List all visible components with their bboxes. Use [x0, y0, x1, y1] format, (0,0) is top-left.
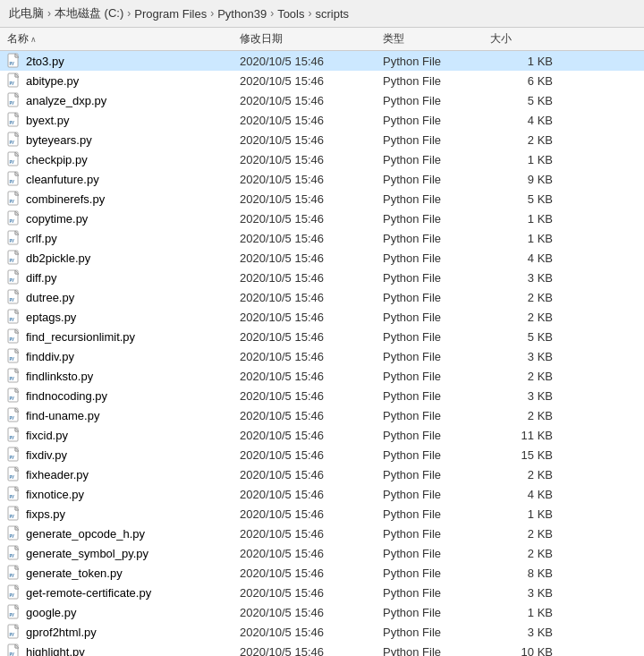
breadcrumb-part-1[interactable]: 本地磁盘 (C:): [55, 5, 123, 21]
table-row[interactable]: py findnocoding.py 2020/10/5 15:46 Pytho…: [0, 386, 644, 405]
file-type: Python File: [383, 212, 490, 226]
file-name-text: findnocoding.py: [26, 389, 107, 403]
file-date: 2020/10/5 15:46: [240, 507, 383, 521]
file-date: 2020/10/5 15:46: [240, 448, 383, 462]
table-row[interactable]: py db2pickle.py 2020/10/5 15:46 Python F…: [0, 248, 644, 268]
table-row[interactable]: py byteyears.py 2020/10/5 15:46 Python F…: [0, 130, 644, 149]
table-row[interactable]: py eptags.py 2020/10/5 15:46 Python File…: [0, 307, 644, 327]
file-name: py combinerefs.py: [7, 191, 240, 207]
table-row[interactable]: py fixheader.py 2020/10/5 15:46 Python F…: [0, 464, 644, 484]
file-size: 1 KB: [490, 153, 562, 166]
file-type: Python File: [383, 350, 490, 363]
file-name: py crlf.py: [7, 230, 240, 246]
col-type[interactable]: 类型: [383, 31, 490, 47]
python-file-icon: py: [7, 151, 21, 167]
svg-text:py: py: [10, 474, 15, 479]
file-size: 3 KB: [490, 626, 562, 639]
table-row[interactable]: py fixcid.py 2020/10/5 15:46 Python File…: [0, 425, 644, 445]
table-row[interactable]: py fixnotice.py 2020/10/5 15:46 Python F…: [0, 484, 644, 504]
table-row[interactable]: py fixdiv.py 2020/10/5 15:46 Python File…: [0, 445, 644, 464]
svg-text:py: py: [10, 238, 15, 243]
table-row[interactable]: py find_recursionlimit.py 2020/10/5 15:4…: [0, 327, 644, 346]
table-row[interactable]: py dutree.py 2020/10/5 15:46 Python File…: [0, 287, 644, 307]
table-row[interactable]: py byext.py 2020/10/5 15:46 Python File …: [0, 110, 644, 130]
file-size: 3 KB: [490, 350, 562, 363]
file-type: Python File: [383, 173, 490, 186]
address-bar: 此电脑 › 本地磁盘 (C:) › Program Files › Python…: [0, 0, 644, 28]
file-type: Python File: [383, 507, 490, 521]
col-size[interactable]: 大小: [490, 31, 562, 47]
file-date: 2020/10/5 15:46: [240, 212, 383, 226]
file-date: 2020/10/5 15:46: [240, 74, 383, 88]
col-date[interactable]: 修改日期: [240, 31, 383, 47]
table-row[interactable]: py analyze_dxp.py 2020/10/5 15:46 Python…: [0, 90, 644, 110]
breadcrumb-part-3[interactable]: Python39: [217, 7, 267, 21]
svg-text:py: py: [10, 356, 15, 361]
table-row[interactable]: py copytime.py 2020/10/5 15:46 Python Fi…: [0, 209, 644, 228]
file-type: Python File: [383, 271, 490, 285]
svg-text:py: py: [10, 533, 15, 538]
breadcrumb-part-2[interactable]: Program Files: [134, 7, 207, 21]
col-name[interactable]: 名称 ∧: [7, 31, 240, 47]
breadcrumb-part-4[interactable]: Tools: [277, 7, 304, 21]
file-type: Python File: [383, 429, 490, 442]
file-size: 10 KB: [490, 645, 562, 657]
file-type: Python File: [383, 527, 490, 541]
file-name: py find_recursionlimit.py: [7, 328, 240, 345]
table-row[interactable]: py generate_token.py 2020/10/5 15:46 Pyt…: [0, 563, 644, 583]
file-type: Python File: [383, 114, 490, 127]
file-type: Python File: [383, 192, 490, 206]
table-row[interactable]: py generate_symbol_py.py 2020/10/5 15:46…: [0, 543, 644, 563]
svg-text:py: py: [10, 514, 15, 518]
table-row[interactable]: py 2to3.py 2020/10/5 15:46 Python File 1…: [0, 51, 644, 71]
table-row[interactable]: py google.py 2020/10/5 15:46 Python File…: [0, 602, 644, 622]
file-name: py byext.py: [7, 112, 240, 128]
table-row[interactable]: py highlight.py 2020/10/5 15:46 Python F…: [0, 642, 644, 656]
file-size: 1 KB: [490, 507, 562, 521]
file-name: py diff.py: [7, 269, 240, 285]
breadcrumb-part-5[interactable]: scripts: [316, 7, 350, 21]
file-size: 2 KB: [490, 291, 562, 304]
table-row[interactable]: py checkpip.py 2020/10/5 15:46 Python Fi…: [0, 149, 644, 169]
table-row[interactable]: py generate_opcode_h.py 2020/10/5 15:46 …: [0, 524, 644, 543]
python-file-icon: py: [7, 506, 21, 522]
breadcrumb-part-0[interactable]: 此电脑: [9, 5, 44, 21]
svg-text:py: py: [10, 179, 15, 183]
table-row[interactable]: py gprof2html.py 2020/10/5 15:46 Python …: [0, 622, 644, 642]
file-name: py generate_symbol_py.py: [7, 545, 240, 561]
file-size: 8 KB: [490, 567, 562, 580]
file-date: 2020/10/5 15:46: [240, 94, 383, 107]
file-name: py fixheader.py: [7, 466, 240, 482]
table-row[interactable]: py fixps.py 2020/10/5 15:46 Python File …: [0, 504, 644, 524]
svg-text:py: py: [10, 277, 15, 282]
svg-text:py: py: [10, 652, 15, 656]
file-date: 2020/10/5 15:46: [240, 527, 383, 541]
python-file-icon: py: [7, 466, 21, 482]
file-name: py cleanfuture.py: [7, 171, 240, 187]
table-row[interactable]: py combinerefs.py 2020/10/5 15:46 Python…: [0, 189, 644, 209]
table-row[interactable]: py findlinksto.py 2020/10/5 15:46 Python…: [0, 366, 644, 386]
table-row[interactable]: py crlf.py 2020/10/5 15:46 Python File 1…: [0, 228, 644, 248]
svg-text:py: py: [10, 396, 15, 400]
file-date: 2020/10/5 15:46: [240, 232, 383, 245]
table-row[interactable]: py cleanfuture.py 2020/10/5 15:46 Python…: [0, 169, 644, 189]
table-row[interactable]: py abitype.py 2020/10/5 15:46 Python Fil…: [0, 71, 644, 90]
file-type: Python File: [383, 547, 490, 560]
table-row[interactable]: py diff.py 2020/10/5 15:46 Python File 3…: [0, 268, 644, 287]
python-file-icon: py: [7, 643, 21, 656]
file-date: 2020/10/5 15:46: [240, 488, 383, 501]
svg-text:py: py: [10, 415, 15, 420]
file-name-text: eptags.py: [26, 311, 76, 324]
python-file-icon: py: [7, 132, 21, 148]
table-row[interactable]: py get-remote-certificate.py 2020/10/5 1…: [0, 583, 644, 602]
file-name-text: abitype.py: [26, 74, 79, 88]
file-size: 11 KB: [490, 429, 562, 442]
python-file-icon: py: [7, 348, 21, 364]
table-row[interactable]: py find-uname.py 2020/10/5 15:46 Python …: [0, 405, 644, 425]
file-type: Python File: [383, 74, 490, 88]
file-name: py byteyears.py: [7, 132, 240, 148]
table-row[interactable]: py finddiv.py 2020/10/5 15:46 Python Fil…: [0, 346, 644, 366]
file-size: 2 KB: [490, 547, 562, 560]
file-size: 5 KB: [490, 192, 562, 206]
file-list: py 2to3.py 2020/10/5 15:46 Python File 1…: [0, 51, 644, 656]
